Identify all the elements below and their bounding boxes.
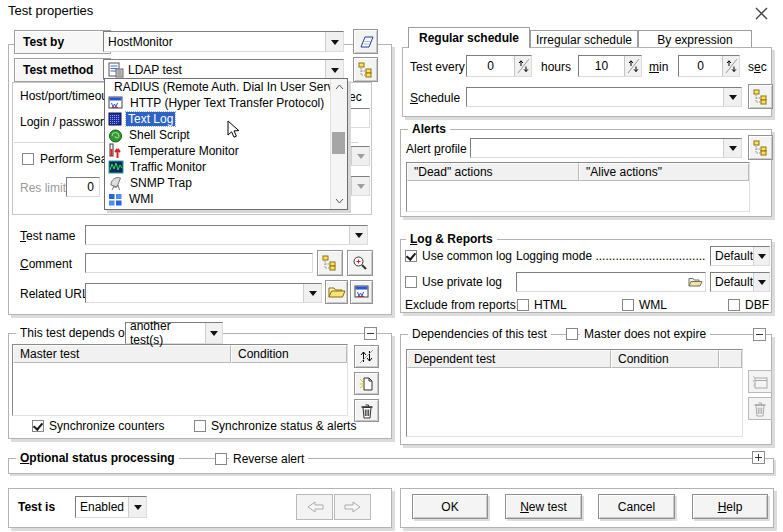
next-test-button [334, 494, 371, 520]
dropdown-arrow-icon[interactable] [723, 139, 741, 157]
exclude-dbf-checkbox[interactable] [728, 299, 740, 311]
spin-updown-icon[interactable] [722, 56, 739, 76]
dropdown-arrow-icon[interactable] [205, 323, 222, 343]
macro-lookup-button[interactable] [347, 250, 373, 276]
reverse-alert-checkbox[interactable] [215, 453, 227, 465]
delete-master-test-button[interactable] [354, 399, 379, 422]
master-does-not-expire-checkbox[interactable] [566, 328, 578, 340]
list-item[interactable]: Traffic Monitor [105, 159, 330, 175]
browse-folder-icon[interactable] [688, 276, 705, 288]
cancel-button[interactable]: Cancel [598, 494, 675, 519]
list-item[interactable]: RADIUS (Remote Auth. Dial In User Servic… [105, 79, 330, 95]
open-in-browser-button[interactable] [350, 280, 373, 304]
use-private-log-checkbox[interactable] [405, 276, 417, 288]
dependencies-collapse-button[interactable] [753, 328, 766, 341]
exclude-html-checkbox[interactable] [517, 299, 529, 311]
test-method-combobox[interactable]: LDAP test [103, 59, 344, 80]
test-by-combobox[interactable]: HostMonitor [103, 31, 344, 52]
dropdown-arrow-icon[interactable] [303, 284, 321, 302]
column-header[interactable]: Dependent test [407, 350, 611, 368]
spin-updown-icon[interactable] [514, 56, 531, 76]
perform-search-checkbox[interactable] [22, 153, 34, 165]
dropdown-arrow-icon[interactable] [753, 273, 769, 291]
tab-by-expression[interactable]: By expression [638, 30, 752, 48]
help-button[interactable]: Help [692, 494, 768, 519]
column-header[interactable]: "Alive actions" [579, 163, 749, 181]
list-item[interactable]: Text Log [105, 111, 330, 127]
scroll-up-icon[interactable] [331, 79, 347, 95]
dropdown-arrow-icon[interactable] [753, 247, 769, 265]
column-header[interactable]: Master test [13, 345, 231, 363]
seconds-spinner[interactable]: 0 [678, 55, 740, 77]
reverse-alert-label: Reverse alert [229, 452, 308, 466]
previous-test-button [296, 494, 333, 520]
test-name-label: Test name [20, 229, 75, 243]
wmi-icon [108, 192, 123, 207]
depends-collapse-button[interactable] [364, 327, 377, 340]
exclude-html-label: HTML [534, 298, 567, 312]
host-port-timeout-label: Host/port/timeout [20, 89, 111, 103]
delete-dependent-test-button [748, 397, 772, 420]
optional-expand-button[interactable] [752, 451, 765, 464]
sync-status-checkbox[interactable] [194, 420, 206, 432]
dropdown-arrow-icon[interactable] [723, 88, 741, 106]
sort-master-tests-button[interactable] [354, 345, 379, 368]
list-item[interactable]: Temperature Monitor [105, 143, 330, 159]
login-password-label: Login / password [20, 115, 111, 129]
scroll-down-icon[interactable] [331, 193, 347, 209]
minutes-spinner[interactable]: 10 [578, 55, 642, 77]
column-header[interactable]: Condition [611, 350, 719, 368]
private-log-path-field[interactable] [516, 272, 706, 292]
sync-counters-checkbox[interactable] [32, 420, 44, 432]
list-scrollbar[interactable] [330, 79, 347, 209]
depends-mode-combobox[interactable]: another test(s) [125, 322, 223, 344]
notes-button[interactable] [353, 29, 378, 54]
list-item[interactable]: HTTP (Hyper Text Transfer Protocol) [105, 95, 330, 111]
private-log-mode-combobox[interactable]: Default [710, 272, 770, 292]
delete-icon [360, 403, 374, 419]
list-item[interactable]: WMI [105, 191, 330, 207]
test-state-combobox[interactable]: Enabled [75, 496, 147, 518]
use-common-log-checkbox[interactable] [405, 250, 417, 262]
comment-field[interactable] [85, 253, 313, 273]
test-method-dropdown-list[interactable]: RADIUS (Remote Auth. Dial In User Servic… [104, 78, 348, 210]
scrollbar-thumb[interactable] [332, 132, 345, 154]
column-header[interactable]: Condition [231, 345, 347, 363]
related-url-combobox[interactable] [85, 283, 322, 303]
schedule-combobox[interactable] [466, 87, 742, 107]
delete-icon [753, 401, 767, 417]
comment-label: Comment [20, 257, 72, 271]
tab-irregular-schedule[interactable]: Irregular schedule [530, 30, 638, 48]
dropdown-arrow-icon[interactable] [325, 32, 343, 51]
dropdown-arrow-icon[interactable] [349, 226, 367, 244]
schedule-tree-button[interactable] [748, 84, 773, 109]
test-every-label: Test every [410, 60, 465, 74]
column-header[interactable]: "Dead" actions [407, 163, 579, 181]
tab-regular-schedule[interactable]: Regular schedule [408, 27, 530, 48]
new-test-button[interactable]: New test [505, 494, 582, 519]
test-name-combobox[interactable] [85, 225, 368, 245]
timeout-field[interactable] [346, 108, 370, 128]
res-limit-field[interactable]: 0 [66, 177, 100, 197]
alert-profile-combobox[interactable] [470, 138, 742, 158]
test-method-value: LDAP test [128, 63, 182, 77]
common-log-mode-combobox[interactable]: Default [710, 246, 770, 266]
open-url-file-button[interactable] [325, 280, 348, 304]
close-button[interactable] [752, 4, 770, 22]
alerts-legend: Alerts [408, 122, 450, 136]
dropdown-arrow-icon[interactable] [128, 497, 146, 517]
spin-updown-icon[interactable] [624, 56, 641, 76]
exclude-wml-checkbox[interactable] [622, 299, 634, 311]
alert-profile-tree-button[interactable] [748, 135, 773, 160]
window-title: Test properties [8, 3, 93, 18]
dropdown-arrow-icon[interactable] [325, 60, 343, 79]
list-item[interactable]: Shell Script [105, 127, 330, 143]
open-folder-icon [328, 285, 346, 299]
use-private-log-label: Use private log [422, 275, 502, 289]
list-item[interactable]: SNMP Trap [105, 175, 330, 191]
method-tree-button[interactable] [353, 57, 378, 82]
ok-button[interactable]: OK [412, 494, 488, 519]
add-master-test-button[interactable] [354, 372, 379, 395]
hours-spinner[interactable]: 0 [466, 55, 532, 77]
comment-tree-button[interactable] [317, 250, 343, 276]
